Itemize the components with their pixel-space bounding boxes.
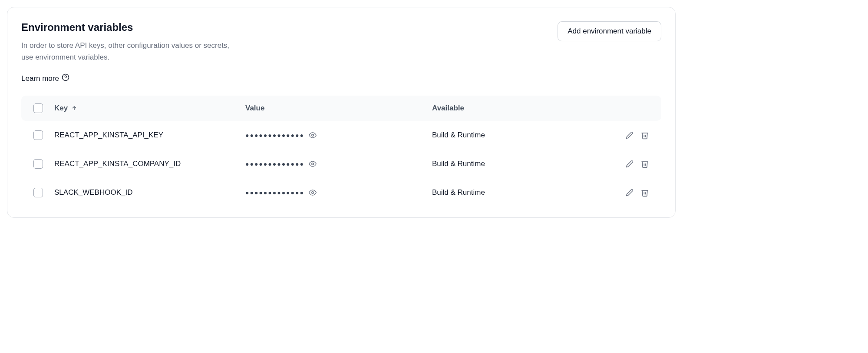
row-checkbox[interactable] — [33, 130, 43, 140]
header-key-label: Key — [54, 104, 68, 113]
row-checkbox-cell — [33, 159, 54, 169]
row-key: REACT_APP_KINSTA_API_KEY — [54, 131, 245, 140]
table-row: REACT_APP_KINSTA_API_KEY ●●●●●●●●●●●●● B… — [21, 121, 661, 150]
row-checkbox-cell — [33, 130, 54, 140]
reveal-value-icon[interactable] — [309, 131, 317, 139]
row-available: Build & Runtime — [432, 160, 614, 168]
env-vars-table: Key Value Available REACT_APP_KINSTA_API… — [21, 96, 661, 207]
row-actions — [614, 160, 649, 168]
header-value: Value — [245, 104, 432, 113]
add-environment-variable-button[interactable]: Add environment variable — [558, 21, 661, 41]
table-row: SLACK_WEBHOOK_ID ●●●●●●●●●●●●● Build & R… — [21, 178, 661, 207]
masked-value: ●●●●●●●●●●●●● — [245, 189, 304, 196]
row-value: ●●●●●●●●●●●●● — [245, 131, 432, 139]
row-actions — [614, 188, 649, 197]
row-checkbox[interactable] — [33, 188, 43, 197]
learn-more-label: Learn more — [21, 74, 59, 83]
delete-icon[interactable] — [640, 188, 649, 197]
help-icon — [62, 73, 69, 83]
reveal-value-icon[interactable] — [309, 160, 317, 168]
row-available: Build & Runtime — [432, 188, 614, 197]
svg-point-4 — [312, 163, 314, 165]
row-checkbox[interactable] — [33, 159, 43, 169]
header-available: Available — [432, 104, 614, 113]
edit-icon[interactable] — [626, 160, 634, 168]
panel-header: Environment variables In order to store … — [21, 21, 661, 63]
learn-more-link[interactable]: Learn more — [21, 73, 69, 83]
masked-value: ●●●●●●●●●●●●● — [245, 132, 304, 139]
row-available: Build & Runtime — [432, 131, 614, 140]
row-value: ●●●●●●●●●●●●● — [245, 189, 432, 196]
row-key: REACT_APP_KINSTA_COMPANY_ID — [54, 160, 245, 168]
environment-variables-panel: Environment variables In order to store … — [7, 7, 676, 218]
edit-icon[interactable] — [626, 189, 634, 196]
svg-point-3 — [312, 134, 314, 137]
delete-icon[interactable] — [640, 160, 649, 168]
masked-value: ●●●●●●●●●●●●● — [245, 160, 304, 167]
sort-ascending-icon — [71, 105, 77, 111]
delete-icon[interactable] — [640, 131, 649, 140]
header-checkbox-cell — [33, 103, 54, 113]
edit-icon[interactable] — [626, 131, 634, 139]
select-all-checkbox[interactable] — [33, 103, 43, 113]
panel-description: In order to store API keys, other config… — [21, 40, 238, 63]
table-row: REACT_APP_KINSTA_COMPANY_ID ●●●●●●●●●●●●… — [21, 150, 661, 178]
svg-point-5 — [312, 192, 314, 194]
row-checkbox-cell — [33, 188, 54, 197]
header-key[interactable]: Key — [54, 104, 245, 113]
reveal-value-icon[interactable] — [309, 189, 317, 196]
row-key: SLACK_WEBHOOK_ID — [54, 188, 245, 197]
header-left: Environment variables In order to store … — [21, 21, 238, 63]
row-value: ●●●●●●●●●●●●● — [245, 160, 432, 168]
table-header-row: Key Value Available — [21, 96, 661, 121]
panel-title: Environment variables — [21, 21, 238, 33]
row-actions — [614, 131, 649, 140]
